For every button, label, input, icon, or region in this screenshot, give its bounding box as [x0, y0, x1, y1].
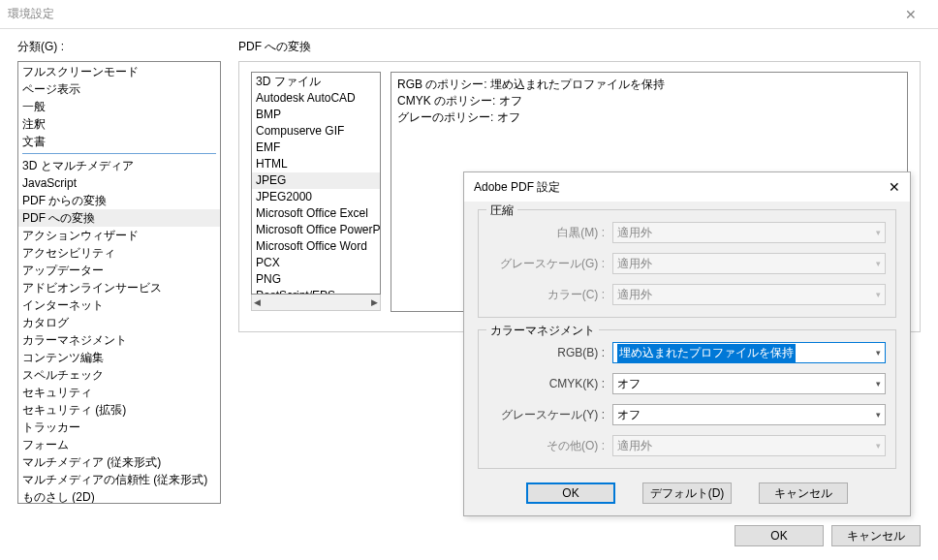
list-item[interactable]: カタログ — [18, 314, 220, 331]
list-item[interactable]: セキュリティ (拡張) — [18, 401, 220, 419]
chevron-down-icon: ▾ — [876, 441, 881, 451]
modal-buttons: OK デフォルト(D) キャンセル — [478, 481, 896, 504]
list-item[interactable]: PDF への変換 — [18, 209, 220, 227]
modal-ok-button[interactable]: OK — [526, 482, 615, 504]
scroll-right-icon[interactable]: ▶ — [371, 297, 378, 307]
list-item[interactable]: アドビオンラインサービス — [18, 279, 220, 296]
list-item[interactable]: 一般 — [18, 98, 220, 115]
other-combo: 適用外 ▾ — [612, 435, 886, 456]
modal-cancel-button[interactable]: キャンセル — [759, 482, 848, 504]
scroll-left-icon[interactable]: ◀ — [254, 297, 261, 307]
list-item[interactable]: 注釈 — [18, 115, 220, 133]
chevron-down-icon[interactable]: ▾ — [876, 410, 881, 420]
chevron-down-icon: ▾ — [876, 290, 881, 299]
policy-gray: グレーのポリシー: オフ — [397, 109, 901, 126]
list-item[interactable]: フルスクリーンモード — [18, 63, 220, 80]
bw-label: 白黒(M) : — [488, 225, 605, 241]
bw-value: 適用外 — [617, 225, 652, 241]
list-item[interactable]: BMP — [252, 107, 380, 123]
list-item[interactable]: トラッカー — [18, 419, 220, 436]
list-item[interactable]: Compuserve GIF — [252, 123, 380, 140]
gray-combo[interactable]: オフ ▾ — [612, 404, 886, 425]
panel-title: PDF への変換 — [238, 39, 921, 55]
grayscale-value: 適用外 — [617, 256, 652, 272]
ok-button[interactable]: OK — [735, 525, 824, 546]
horizontal-scrollbar[interactable]: ◀ ▶ — [251, 295, 381, 311]
list-item[interactable]: 文書 — [18, 133, 220, 150]
window-title: 環境設定 — [8, 6, 54, 22]
modal-titlebar: Adobe PDF 設定 ✕ — [464, 172, 910, 202]
grayscale-combo: 適用外 ▾ — [612, 253, 886, 274]
modal-title: Adobe PDF 設定 — [474, 179, 560, 196]
chevron-down-icon: ▾ — [876, 228, 881, 237]
format-list-wrap: 3D ファイル Autodesk AutoCAD BMP Compuserve … — [251, 72, 381, 312]
list-item[interactable]: PCX — [252, 255, 380, 271]
format-listbox[interactable]: 3D ファイル Autodesk AutoCAD BMP Compuserve … — [251, 72, 381, 295]
chevron-down-icon: ▾ — [876, 259, 881, 268]
list-item[interactable]: PNG — [252, 271, 380, 288]
list-item[interactable]: ものさし (2D) — [18, 488, 220, 504]
list-item[interactable]: JavaScript — [18, 174, 220, 192]
rgb-combo[interactable]: 埋め込まれたプロファイルを保持 ▾ — [612, 342, 886, 363]
modal-default-button[interactable]: デフォルト(D) — [642, 482, 732, 504]
color-value: 適用外 — [617, 287, 652, 303]
compression-group: 圧縮 白黒(M) : 適用外 ▾ グレースケール(G) : 適用外 ▾ カラー(… — [478, 209, 896, 318]
list-item[interactable]: アップデーター — [18, 262, 220, 279]
list-item[interactable]: アクセシビリティ — [18, 244, 220, 262]
modal-close-icon[interactable]: ✕ — [871, 179, 900, 195]
list-item[interactable]: JPEG — [252, 172, 380, 189]
list-item[interactable]: フォーム — [18, 436, 220, 453]
list-item[interactable]: ページ表示 — [18, 80, 220, 98]
grayscale-label: グレースケール(G) : — [488, 256, 605, 272]
list-item[interactable]: スペルチェック — [18, 366, 220, 384]
cancel-button[interactable]: キャンセル — [831, 525, 921, 546]
rgb-value: 埋め込まれたプロファイルを保持 — [617, 344, 796, 362]
main-titlebar: 環境設定 ✕ — [0, 0, 938, 29]
sidebar-column: 分類(G) : フルスクリーンモード ページ表示 一般 注釈 文書 3D とマル… — [17, 39, 221, 504]
policy-cmyk: CMYK のポリシー: オフ — [397, 93, 901, 109]
other-value: 適用外 — [617, 438, 652, 454]
list-item[interactable]: HTML — [252, 156, 380, 172]
footer-buttons: OK キャンセル — [735, 525, 921, 546]
chevron-down-icon[interactable]: ▾ — [876, 348, 881, 358]
list-item[interactable]: コンテンツ編集 — [18, 349, 220, 366]
list-item[interactable]: Microsoft Office Word — [252, 238, 380, 255]
list-item[interactable]: JPEG2000 — [252, 189, 380, 205]
modal-body: 圧縮 白黒(M) : 適用外 ▾ グレースケール(G) : 適用外 ▾ カラー(… — [464, 202, 910, 515]
category-listbox[interactable]: フルスクリーンモード ページ表示 一般 注釈 文書 3D とマルチメディア Ja… — [17, 61, 221, 504]
list-item[interactable]: Microsoft Office Excel — [252, 205, 380, 222]
close-icon[interactable]: ✕ — [891, 7, 930, 22]
list-item[interactable]: インターネット — [18, 296, 220, 314]
list-item[interactable]: Microsoft Office PowerPoint — [252, 222, 380, 238]
list-item[interactable]: アクションウィザード — [18, 227, 220, 244]
bw-combo: 適用外 ▾ — [612, 222, 886, 243]
gray-label: グレースケール(Y) : — [488, 407, 605, 423]
list-item[interactable]: マルチメディアの信頼性 (従来形式) — [18, 471, 220, 488]
list-item[interactable]: PostScript/EPS — [252, 288, 380, 295]
list-item[interactable]: PDF からの変換 — [18, 192, 220, 209]
rgb-label: RGB(B) : — [488, 346, 605, 359]
chevron-down-icon[interactable]: ▾ — [876, 379, 881, 389]
color-combo: 適用外 ▾ — [612, 284, 886, 305]
adobe-pdf-settings-dialog: Adobe PDF 設定 ✕ 圧縮 白黒(M) : 適用外 ▾ グレースケール(… — [463, 171, 911, 516]
list-item[interactable]: マルチメディア (従来形式) — [18, 453, 220, 471]
list-item[interactable]: 3D ファイル — [252, 74, 380, 90]
list-item[interactable]: セキュリティ — [18, 384, 220, 401]
gray-value: オフ — [617, 407, 641, 423]
color-label: カラー(C) : — [488, 287, 605, 303]
list-item[interactable]: 3D とマルチメディア — [18, 157, 220, 174]
cmyk-label: CMYK(K) : — [488, 377, 605, 390]
list-item[interactable]: EMF — [252, 140, 380, 156]
other-label: その他(O) : — [488, 438, 605, 454]
compression-legend: 圧縮 — [486, 202, 517, 219]
sidebar-label: 分類(G) : — [17, 39, 221, 55]
list-divider — [22, 153, 216, 154]
cmyk-value: オフ — [617, 376, 641, 392]
colormgmt-group: カラーマネジメント RGB(B) : 埋め込まれたプロファイルを保持 ▾ CMY… — [478, 329, 896, 469]
policy-rgb: RGB のポリシー: 埋め込まれたプロファイルを保持 — [397, 77, 901, 93]
cmyk-combo[interactable]: オフ ▾ — [612, 373, 886, 394]
list-item[interactable]: カラーマネジメント — [18, 331, 220, 349]
list-item[interactable]: Autodesk AutoCAD — [252, 90, 380, 107]
colormgmt-legend: カラーマネジメント — [486, 323, 599, 339]
